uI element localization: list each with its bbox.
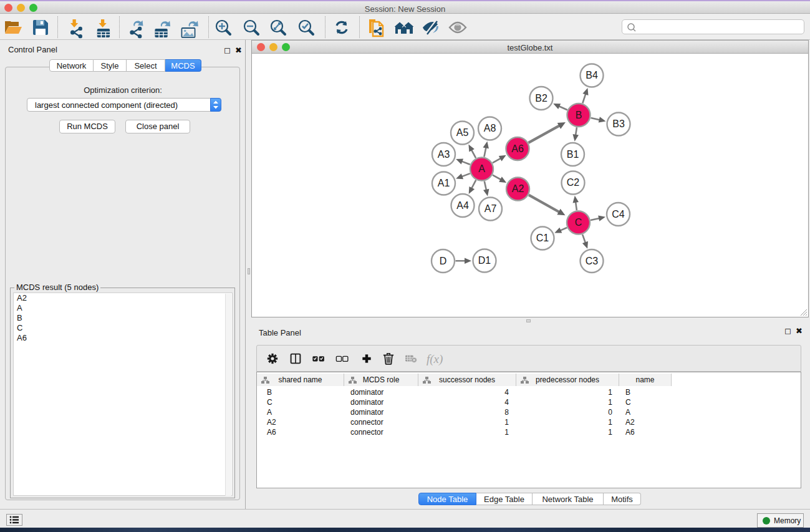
svg-text:A2: A2 <box>512 183 524 194</box>
svg-text:C2: C2 <box>567 177 580 188</box>
svg-text:C4: C4 <box>612 209 625 220</box>
svg-text:B2: B2 <box>535 93 547 104</box>
svg-text:D1: D1 <box>478 255 491 266</box>
svg-text:B1: B1 <box>567 149 579 160</box>
svg-text:B3: B3 <box>612 118 625 129</box>
svg-text:A: A <box>478 163 485 174</box>
svg-text:B: B <box>576 110 582 120</box>
svg-text:A1: A1 <box>438 178 450 188</box>
svg-text:A6: A6 <box>511 143 524 154</box>
svg-text:A3: A3 <box>438 149 450 160</box>
svg-text:C3: C3 <box>586 256 599 266</box>
svg-text:A4: A4 <box>456 200 469 211</box>
svg-text:A5: A5 <box>456 127 469 138</box>
svg-text:C: C <box>575 217 582 228</box>
svg-text:f(x): f(x) <box>427 352 443 366</box>
svg-text:A8: A8 <box>484 123 496 133</box>
svg-text:D: D <box>440 256 447 266</box>
svg-text:A7: A7 <box>485 203 497 214</box>
svg-text:B4: B4 <box>586 70 598 80</box>
svg-text:C1: C1 <box>536 233 549 243</box>
